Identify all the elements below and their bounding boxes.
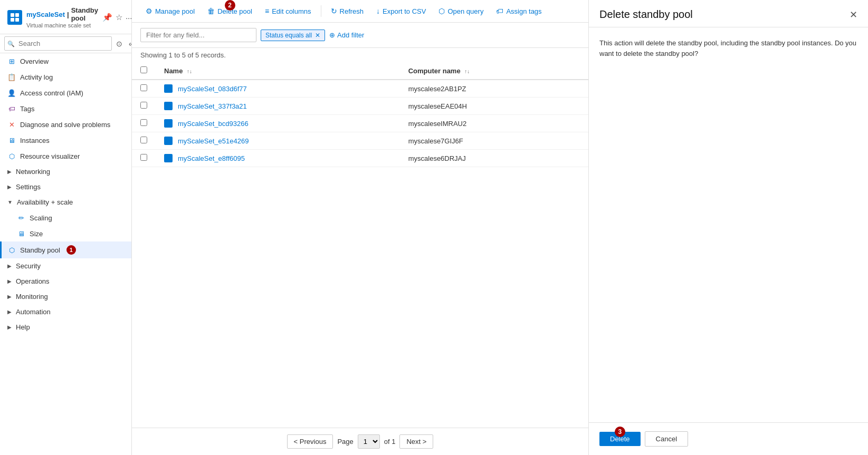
filter-tag-close[interactable]: ✕ — [315, 32, 320, 39]
assign-tags-button[interactable]: 🏷 Assign tags — [491, 4, 547, 18]
computer-name-sort-icon[interactable]: ↑↓ — [464, 69, 470, 74]
row-checkbox[interactable] — [140, 102, 147, 109]
row-checkbox[interactable] — [140, 137, 147, 143]
more-icon[interactable]: ··· — [126, 13, 132, 22]
sidebar-item-activity-log[interactable]: 📋 Activity log — [0, 69, 131, 85]
row-name-link[interactable]: myScaleSet_bcd93266 — [164, 119, 392, 128]
sidebar-item-overview[interactable]: ⊞ Overview — [0, 53, 131, 69]
sidebar-item-diagnose[interactable]: ✕ Diagnose and solve problems — [0, 117, 131, 132]
table-row: myScaleSet_e51e4269 myscalese7GIJ6F — [132, 132, 588, 150]
toolbar: ⚙ Manage pool 🗑 Delete pool 2 ≡ Edit col… — [132, 0, 588, 23]
sidebar-item-access-control[interactable]: 👤 Access control (IAM) — [0, 85, 131, 101]
instances-icon: 🖥 — [7, 136, 16, 144]
row-checkbox[interactable] — [140, 84, 147, 91]
row-name-cell: myScaleSet_337f3a21 — [156, 98, 400, 115]
select-all-checkbox[interactable] — [140, 66, 147, 73]
search-collapse-icon[interactable]: « — [127, 37, 132, 50]
sidebar-item-scaling[interactable]: ✏ Scaling — [0, 210, 131, 226]
manage-pool-label: Manage pool — [155, 7, 195, 15]
sidebar-label: Availability + scale — [17, 198, 73, 206]
search-wrap — [4, 36, 112, 51]
table-row: myScaleSet_bcd93266 myscaleseIMRAU2 — [132, 115, 588, 132]
sidebar-item-automation[interactable]: ▶ Automation — [0, 304, 131, 320]
sidebar-item-tags[interactable]: 🏷 Tags — [0, 101, 131, 117]
sidebar-item-networking[interactable]: ▶ Networking — [0, 164, 131, 179]
page-label: Page — [337, 438, 353, 446]
row-computer-name-cell: myscalese2AB1PZ — [400, 80, 588, 98]
page-select[interactable]: 1 — [358, 434, 380, 449]
edit-columns-button[interactable]: ≡ Edit columns — [260, 4, 317, 18]
star-icon[interactable]: ☆ — [116, 13, 122, 22]
search-input[interactable] — [4, 36, 112, 51]
filter-bar: Status equals all ✕ ⊕ Add filter — [132, 23, 588, 48]
sidebar-item-size[interactable]: 🖥 Size — [0, 226, 131, 241]
chevron-right-icon: ▶ — [7, 324, 12, 330]
of-label: of 1 — [384, 438, 396, 446]
sidebar-label: Diagnose and solve problems — [20, 121, 110, 129]
sidebar-label: Networking — [16, 168, 50, 176]
svg-rect-0 — [11, 13, 14, 17]
sidebar-item-security[interactable]: ▶ Security — [0, 258, 131, 274]
brand-icon — [7, 10, 22, 25]
sidebar-label: Standby pool — [20, 246, 60, 254]
nav: ⊞ Overview 📋 Activity log 👤 Access contr… — [0, 53, 131, 335]
filter-input[interactable] — [140, 28, 256, 42]
row-name-link[interactable]: myScaleSet_083d6f77 — [164, 84, 392, 93]
sidebar-item-resource-visualizer[interactable]: ⬡ Resource visualizer — [0, 148, 131, 164]
sidebar-label: Instances — [20, 137, 50, 144]
row-checkbox[interactable] — [140, 154, 147, 161]
sidebar-item-availability-scale[interactable]: ▼ Availability + scale — [0, 195, 131, 210]
row-checkbox[interactable] — [140, 119, 147, 126]
manage-pool-button[interactable]: ⚙ Manage pool — [140, 4, 200, 18]
chevron-right-icon: ▶ — [7, 294, 12, 299]
refresh-button[interactable]: ↻ Refresh — [326, 4, 369, 18]
table-header: Name ↑↓ Computer name ↑↓ — [132, 62, 588, 80]
previous-button[interactable]: < Previous — [287, 434, 333, 449]
row-computer-name-cell: myscalese7GIJ6F — [400, 132, 588, 150]
toolbar-separator — [321, 5, 321, 17]
svg-rect-2 — [11, 18, 14, 22]
row-name-link[interactable]: myScaleSet_e51e4269 — [164, 137, 392, 145]
row-name-link[interactable]: myScaleSet_e8ff6095 — [164, 154, 392, 162]
row-name-link[interactable]: myScaleSet_337f3a21 — [164, 102, 392, 110]
chevron-right-icon: ▶ — [7, 309, 12, 315]
sidebar-item-settings[interactable]: ▶ Settings — [0, 179, 131, 195]
sidebar-label: Size — [30, 230, 43, 238]
table-body: myScaleSet_083d6f77 myscalese2AB1PZ mySc… — [132, 80, 588, 167]
brand-title: myScaleSet — [26, 11, 65, 18]
name-sort-icon[interactable]: ↑↓ — [187, 69, 192, 74]
sidebar-item-operations[interactable]: ▶ Operations — [0, 274, 131, 289]
sidebar-item-standby-pool[interactable]: ⬡ Standby pool 1 — [0, 241, 131, 258]
pin-icon[interactable]: 📌 — [102, 13, 112, 22]
size-icon: 🖥 — [17, 229, 25, 238]
search-actions: ⊙ « — [114, 37, 132, 50]
sidebar-label: Resource visualizer — [20, 152, 80, 160]
brand-separator: | — [67, 11, 69, 18]
sidebar-label: Help — [16, 323, 30, 331]
brand-subtitle: Virtual machine scale set — [26, 22, 98, 28]
search-filter-icon[interactable]: ⊙ — [114, 37, 125, 50]
sidebar-label: Security — [16, 262, 41, 270]
export-csv-icon: ↓ — [376, 7, 380, 15]
sidebar-item-instances[interactable]: 🖥 Instances — [0, 132, 131, 148]
panel-cancel-button[interactable]: Cancel — [645, 431, 688, 447]
sidebar-item-monitoring[interactable]: ▶ Monitoring — [0, 289, 131, 304]
row-name-cell: myScaleSet_083d6f77 — [156, 80, 400, 98]
pagination: < Previous Page 1 of 1 Next > — [132, 428, 588, 455]
sidebar: myScaleSet | Standby pool Virtual machin… — [0, 0, 132, 455]
standby-pool-icon: ⬡ — [7, 246, 16, 254]
next-button[interactable]: Next > — [399, 434, 433, 449]
overview-icon: ⊞ — [7, 57, 16, 65]
panel-close-button[interactable]: ✕ — [850, 9, 857, 21]
chevron-down-icon: ▼ — [7, 199, 13, 205]
sidebar-item-help[interactable]: ▶ Help — [0, 320, 131, 335]
chevron-right-icon: ▶ — [7, 278, 12, 284]
export-csv-button[interactable]: ↓ Export to CSV — [371, 4, 431, 18]
open-query-button[interactable]: ⬡ Open query — [433, 4, 489, 18]
access-control-icon: 👤 — [7, 89, 16, 97]
add-filter-button[interactable]: ⊕ Add filter — [329, 31, 364, 39]
records-info-text: Showing 1 to 5 of 5 records. — [140, 51, 226, 59]
assign-tags-label: Assign tags — [506, 7, 541, 15]
panel-title: Delete standby pool — [599, 8, 693, 21]
chevron-right-icon: ▶ — [7, 169, 12, 175]
